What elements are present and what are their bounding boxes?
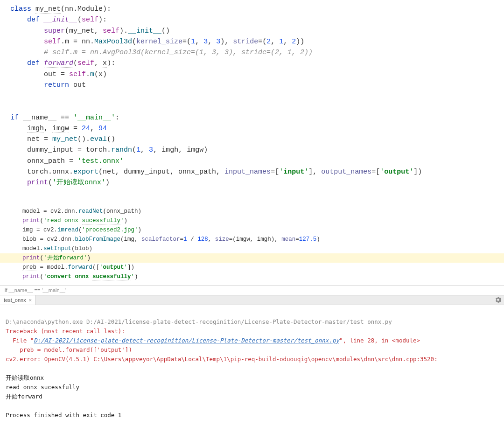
stdout-line: 开始forward	[6, 393, 42, 400]
stdout-line: read onnx sucessfully	[6, 384, 79, 391]
traceback-header: Traceback (most recent call last):	[6, 328, 125, 335]
highlighted-line: print('开始forward')	[0, 253, 504, 263]
close-icon[interactable]: ×	[29, 297, 32, 303]
stdout-line: 开始读取onnx	[6, 374, 44, 381]
traceback-file-link[interactable]: D:/AI-2021/license-plate-detect-recogini…	[34, 337, 339, 344]
code-editor[interactable]: class my_net(nn.Module): def __init__(se…	[0, 0, 504, 203]
code-editor-lower[interactable]: model = cv2.dnn.readNet(onnx_path) print…	[0, 203, 504, 285]
breadcrumb[interactable]: if __name__ == '__main__'	[0, 285, 504, 295]
run-tab[interactable]: test_onnx ×	[0, 295, 36, 305]
run-tool-tabbar: test_onnx ×	[0, 295, 504, 305]
gear-icon[interactable]	[495, 297, 501, 303]
error-line: cv2.error: OpenCV(4.5.1) C:\Users\appvey…	[6, 356, 438, 363]
traceback-code: preb = model.forward(['output'])	[6, 346, 132, 353]
console-cmd: D:\anaconda\python.exe D:/AI-2021/licens…	[6, 318, 392, 325]
traceback-file-line: File "D:/AI-2021/license-plate-detect-re…	[6, 337, 420, 344]
breadcrumb-text: if __name__ == '__main__'	[5, 287, 66, 293]
console-output[interactable]: D:\anaconda\python.exe D:/AI-2021/licens…	[0, 305, 504, 423]
exit-line: Process finished with exit code 1	[6, 412, 121, 419]
run-tab-label: test_onnx	[4, 297, 26, 303]
